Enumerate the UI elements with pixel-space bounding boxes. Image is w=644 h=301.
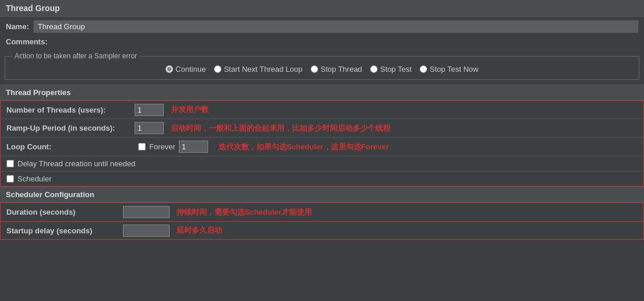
delay-thread-label: Delay Thread creation until needed bbox=[17, 159, 135, 168]
radio-stop-test-now[interactable] bbox=[420, 65, 427, 73]
radio-continue-label: Continue bbox=[175, 65, 206, 74]
radio-stop-test-label: Stop Test bbox=[380, 65, 411, 74]
loop-count-input[interactable] bbox=[179, 141, 208, 153]
scheduler-label: Scheduler bbox=[17, 174, 52, 183]
thread-properties-title: Thread Properties bbox=[0, 85, 644, 100]
duration-annotation: 持续时间，需要勾选Scheduler才能使用 bbox=[177, 207, 312, 218]
ramp-up-input[interactable] bbox=[135, 122, 164, 134]
radio-stop-thread[interactable] bbox=[311, 65, 318, 73]
duration-input[interactable] bbox=[123, 206, 170, 218]
comments-label: Comments: bbox=[6, 37, 48, 46]
radio-continue[interactable] bbox=[166, 65, 173, 73]
num-threads-label: Number of Threads (users): bbox=[6, 106, 135, 114]
scheduler-config-title: Scheduler Configuration bbox=[0, 187, 644, 202]
forever-checkbox[interactable] bbox=[138, 143, 146, 150]
sampler-error-legend: Action to be taken after a Sampler error bbox=[12, 52, 139, 60]
radio-start-next[interactable] bbox=[214, 65, 221, 73]
loop-count-annotation: 迭代次数，如果勾选Scheduler，这里勾选Forever bbox=[219, 142, 389, 152]
radio-start-next-label: Start Next Thread Loop bbox=[224, 65, 302, 74]
radio-stop-test[interactable] bbox=[370, 65, 378, 73]
radio-stop-test-now-label: Stop Test Now bbox=[430, 65, 478, 74]
startup-delay-label: Startup delay (seconds) bbox=[6, 226, 123, 235]
num-threads-input[interactable] bbox=[135, 104, 164, 116]
loop-count-label: Loop Count: bbox=[6, 142, 135, 151]
startup-delay-annotation: 延时多久启动 bbox=[177, 225, 222, 236]
ramp-up-label: Ramp-Up Period (in seconds): bbox=[6, 124, 135, 132]
radio-stop-thread-label: Stop Thread bbox=[321, 65, 362, 74]
forever-label: Forever bbox=[149, 142, 175, 151]
startup-delay-input[interactable] bbox=[123, 225, 170, 237]
delay-thread-checkbox[interactable] bbox=[6, 160, 14, 167]
scheduler-checkbox[interactable] bbox=[6, 175, 14, 183]
duration-label: Duration (seconds) bbox=[6, 208, 123, 216]
ramp-up-annotation: 启动时间，一般和上面的合起来用，比如多少时间启动多少个线程 bbox=[171, 123, 390, 134]
num-threads-annotation: 并发用户数 bbox=[171, 104, 209, 115]
name-input[interactable] bbox=[34, 20, 638, 33]
panel-title: Thread Group bbox=[0, 0, 644, 17]
name-label: Name: bbox=[6, 22, 29, 31]
